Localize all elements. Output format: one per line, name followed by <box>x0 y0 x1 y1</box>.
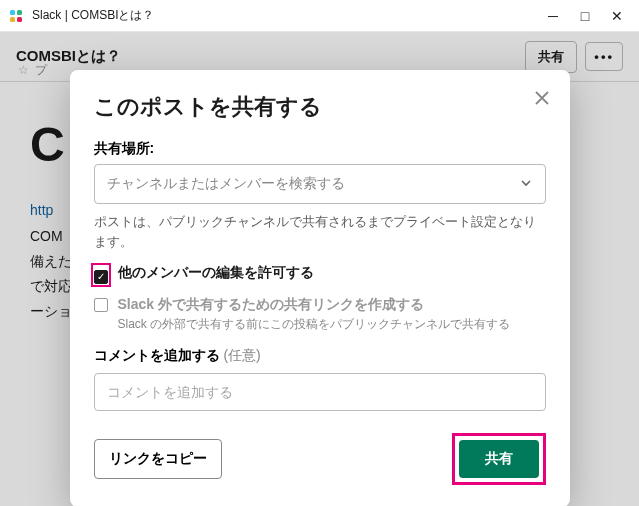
share-button[interactable]: 共有 <box>459 440 539 478</box>
external-link-sub: Slack の外部で共有する前にこの投稿をパブリックチャンネルで共有する <box>118 316 546 333</box>
chevron-down-icon <box>519 176 533 193</box>
window-title: Slack | COMSBIとは？ <box>32 7 547 24</box>
svg-rect-1 <box>17 10 22 15</box>
comment-input[interactable] <box>94 373 546 411</box>
svg-rect-0 <box>10 10 15 15</box>
allow-edit-row: ✓ 他のメンバーの編集を許可する <box>94 264 546 284</box>
allow-edit-label: 他のメンバーの編集を許可する <box>118 264 314 282</box>
location-hint: ポストは、パブリックチャンネルで共有されるまでプライベート設定となります。 <box>94 212 546 252</box>
close-window-button[interactable]: ✕ <box>611 10 623 22</box>
window-titlebar: Slack | COMSBIとは？ ─ □ ✕ <box>0 0 639 32</box>
allow-edit-checkbox[interactable]: ✓ <box>94 270 108 284</box>
maximize-button[interactable]: □ <box>579 10 591 22</box>
slack-icon <box>8 8 24 24</box>
comment-label: コメントを追加する (任意) <box>94 347 546 365</box>
svg-rect-3 <box>17 17 22 22</box>
location-placeholder: チャンネルまたはメンバーを検索する <box>107 175 519 193</box>
modal-footer: リンクをコピー 共有 <box>94 433 546 485</box>
svg-rect-2 <box>10 17 15 22</box>
minimize-button[interactable]: ─ <box>547 10 559 22</box>
location-select[interactable]: チャンネルまたはメンバーを検索する <box>94 164 546 204</box>
modal-title: このポストを共有する <box>94 92 546 122</box>
external-link-checkbox[interactable] <box>94 298 108 312</box>
share-modal: このポストを共有する 共有場所: チャンネルまたはメンバーを検索する ポストは、… <box>70 70 570 506</box>
copy-link-button[interactable]: リンクをコピー <box>94 439 222 479</box>
external-link-label: Slack 外で共有するための共有リンクを作成する <box>118 296 424 314</box>
share-highlight: 共有 <box>452 433 546 485</box>
external-link-row: Slack 外で共有するための共有リンクを作成する <box>94 296 546 314</box>
location-label: 共有場所: <box>94 140 546 158</box>
close-icon[interactable] <box>532 88 552 112</box>
